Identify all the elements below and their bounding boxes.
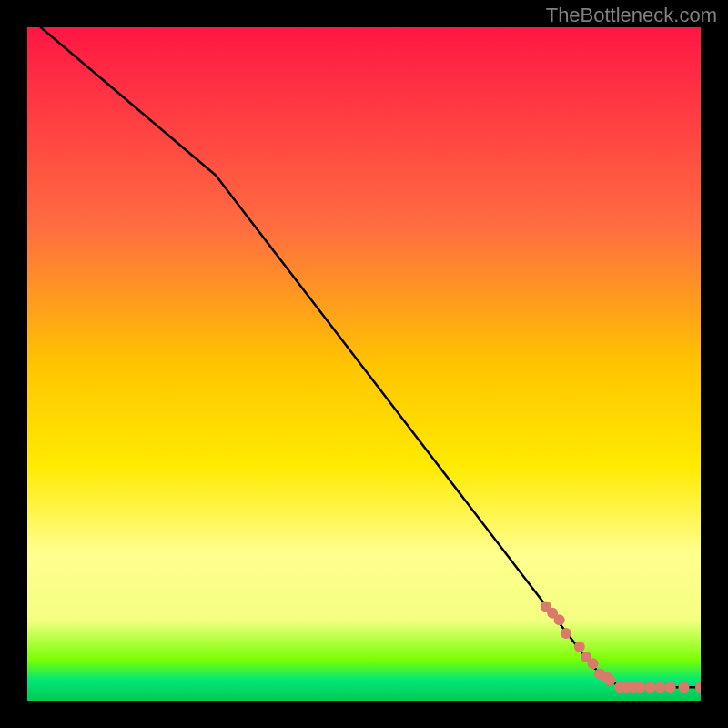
chart-marker — [588, 658, 599, 669]
chart-marker — [679, 682, 690, 693]
chart-marker — [634, 682, 645, 693]
chart-data-overlay — [27, 27, 701, 701]
chart-plot-area — [27, 27, 701, 701]
chart-marker — [695, 682, 701, 693]
chart-marker — [645, 682, 656, 693]
chart-marker — [574, 642, 585, 652]
chart-marker — [665, 682, 676, 693]
chart-marker — [655, 682, 666, 693]
chart-line-curve — [41, 27, 701, 687]
chart-marker — [561, 628, 571, 639]
chart-marker — [604, 675, 615, 686]
watermark-text: TheBottleneck.com — [546, 4, 717, 27]
chart-marker — [554, 614, 565, 625]
